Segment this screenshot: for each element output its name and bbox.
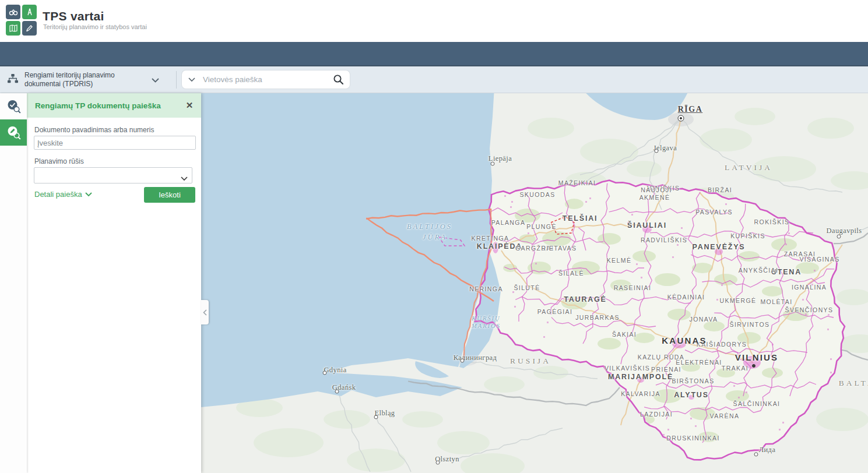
document-search-panel: Rengiamų TP dokumentų paieška ✕ Dokument… xyxy=(27,93,201,473)
map-label: JURBARKAS xyxy=(575,314,620,321)
map-label: TELŠIAI xyxy=(563,214,598,223)
map-label: LATVIJA xyxy=(725,163,772,172)
place-search-box xyxy=(182,70,350,89)
map-label: BIRŠTONAS xyxy=(672,377,714,384)
draft-documents-search-button[interactable] xyxy=(0,119,27,146)
app-window: TPS vartai Teritorijų planavimo ir staty… xyxy=(0,0,868,473)
map-label: MARIOS xyxy=(472,323,501,329)
place-search-input[interactable] xyxy=(202,75,326,84)
planning-type-select[interactable] xyxy=(34,167,192,183)
map-label: VARĖNA xyxy=(710,412,740,419)
map-label: ANYKŠČIAI xyxy=(739,267,779,274)
ring-map-marker xyxy=(323,371,327,375)
map-label: ALYTUS xyxy=(674,391,709,399)
app-subtitle: Teritorijų planavimo ir statybos vartai xyxy=(43,23,147,30)
map-label: ŠALČININKAI xyxy=(733,400,781,407)
map-label: MARIJAMPOLĖ xyxy=(608,373,673,381)
app-title: TPS vartai xyxy=(43,9,104,23)
map-label: ŠVENČIONYS xyxy=(785,306,834,313)
chevron-down-icon xyxy=(181,173,188,183)
map-label: KRETINGA xyxy=(472,235,509,242)
map-label: RASEINIAI xyxy=(614,284,652,291)
ring-map-marker xyxy=(837,235,841,239)
map-label: BIRŽAI xyxy=(708,186,732,193)
map-label: KALVARIJA xyxy=(621,390,660,397)
sitemap-icon xyxy=(7,73,19,86)
ring-map-marker xyxy=(491,162,495,166)
map-label: Daugavpils xyxy=(827,227,862,235)
map-label: SKUODAS xyxy=(519,191,555,198)
bullseye-map-marker xyxy=(678,115,684,122)
panel-title: Rengiamų TP dokumentų paieška xyxy=(35,101,161,110)
map-label: ŠAKIAI xyxy=(612,331,637,338)
document-name-label: Dokumento pavadinimas arba numeris xyxy=(34,126,154,134)
map-label: TAURAGĖ xyxy=(564,295,606,303)
approved-documents-search-button[interactable] xyxy=(0,93,27,119)
chevron-down-icon xyxy=(85,192,92,197)
map-label: BALTIJOS xyxy=(407,223,452,231)
map-label: KELMĖ xyxy=(607,257,632,264)
search-icon[interactable] xyxy=(326,70,350,89)
compass-icon xyxy=(22,5,37,19)
map-label: ROKIŠKIS xyxy=(754,218,790,225)
map-label: ŠIRVINTOS xyxy=(730,321,770,328)
planning-type-label: Planavimo rūšis xyxy=(34,157,84,165)
map-label: JONAVA xyxy=(690,316,718,323)
ring-map-marker xyxy=(436,461,440,465)
map-label: Gdynia xyxy=(324,366,346,375)
tool-rail xyxy=(0,93,27,473)
panel-collapse-handle[interactable] xyxy=(201,300,209,324)
map-canvas[interactable]: RĪGAJelgavaLATVIJADaugavpilsLiepājaКалин… xyxy=(201,93,868,473)
map-icon xyxy=(6,21,20,36)
map-label: PASVALYS xyxy=(695,209,733,216)
toolbar-divider xyxy=(176,71,177,89)
map-label: NAUJOJI xyxy=(641,186,672,193)
ring-map-marker xyxy=(754,453,758,457)
layer-selector-label: Rengiami teritorijų planavimo dokumentai… xyxy=(24,71,147,89)
map-label: RĪGA xyxy=(678,105,703,114)
map-label: VILNIUS xyxy=(735,352,779,362)
app-header: TPS vartai Teritorijų planavimo ir staty… xyxy=(0,0,868,42)
detail-search-label: Detali paieška xyxy=(34,190,82,199)
map-label: VISAGINAS xyxy=(799,256,839,263)
map-label: ŠIAULIAI xyxy=(627,221,667,230)
map-label: LAZDIJAI xyxy=(640,411,673,418)
map-label: PLUNGĖ xyxy=(526,223,557,230)
map-label: AKMENĖ xyxy=(639,194,670,201)
document-name-input[interactable] xyxy=(34,136,196,150)
map-label: KAZLŲ RŪDA xyxy=(638,354,685,361)
map-label: RUSIJA xyxy=(510,356,551,366)
map-label-layer: RĪGAJelgavaLATVIJADaugavpilsLiepājaКалин… xyxy=(201,93,868,473)
map-label: PAGĖGIAI xyxy=(537,308,573,315)
map-toolbar: Rengiami teritorijų planavimo dokumentai… xyxy=(0,66,868,93)
map-label: NERINGA xyxy=(469,285,503,292)
panel-header: Rengiamų TP dokumentų paieška ✕ xyxy=(27,93,201,118)
map-label: BALTARUSIJA xyxy=(839,379,868,388)
map-label: JŪRA xyxy=(423,233,447,242)
main-navbar xyxy=(0,42,868,66)
map-label: MAŽEIKIAI xyxy=(558,179,596,186)
map-label: VILKAVIŠKIS xyxy=(605,365,650,372)
map-label: KURŠIŲ xyxy=(472,315,500,322)
map-label: UKMERGĖ xyxy=(720,297,757,304)
map-label: RADVILIŠKIS xyxy=(641,236,687,243)
dot-map-marker xyxy=(752,364,755,368)
map-label: TRAKAI xyxy=(722,365,748,372)
map-label: KUPIŠKIS xyxy=(730,232,765,239)
map-label: ŠILALĖ xyxy=(558,270,584,277)
layer-selector-dropdown[interactable]: Rengiami teritorijų planavimo dokumentai… xyxy=(3,68,173,91)
map-label: MOLĖTAI xyxy=(760,298,792,305)
close-icon[interactable]: ✕ xyxy=(184,100,195,111)
chevron-left-icon xyxy=(203,309,207,316)
pen-icon xyxy=(22,21,37,36)
ring-map-marker xyxy=(335,390,339,394)
detail-search-link[interactable]: Detali paieška xyxy=(34,190,92,199)
ring-map-marker xyxy=(655,149,659,153)
app-logo xyxy=(6,5,37,36)
search-submit-button[interactable]: Ieškoti xyxy=(144,187,195,203)
map-label: KĖDAINIAI xyxy=(667,294,705,301)
search-options-dropdown[interactable] xyxy=(182,70,202,89)
map-label: DRUSKININKAI xyxy=(666,435,719,442)
ring-map-marker xyxy=(461,359,465,363)
chevron-down-icon xyxy=(152,75,159,85)
